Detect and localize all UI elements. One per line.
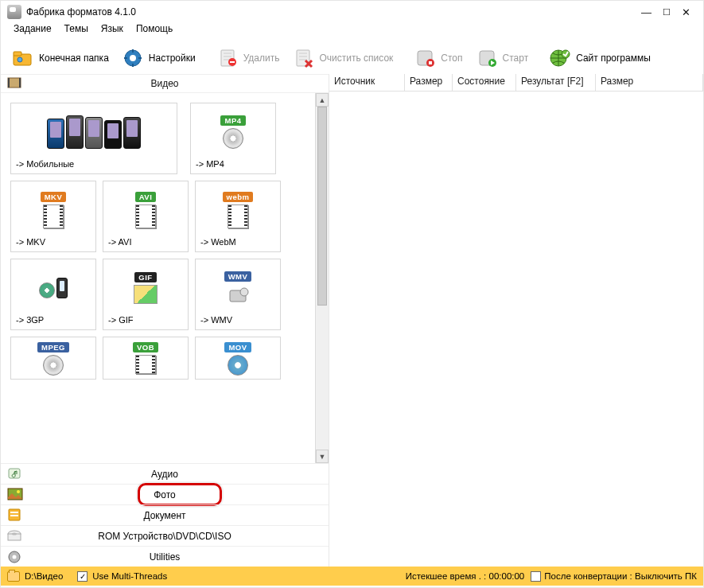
svg-point-4 — [130, 55, 136, 61]
category-rom[interactable]: ROM Устройство\DVD\CD\ISO — [1, 525, 329, 546]
scroll-up-icon[interactable]: ▲ — [316, 93, 329, 107]
category-rom-label: ROM Устройство\DVD\CD\ISO — [7, 531, 322, 542]
formats-grid: -> Мобильные MP4 -> MP4 — [1, 93, 315, 463]
mobile-devices-icon — [16, 108, 172, 156]
menu-lang[interactable]: Язык — [101, 23, 123, 39]
mpeg-icon: MPEG — [16, 342, 91, 376]
format-tile-gif[interactable]: GIF -> GIF — [103, 259, 189, 330]
menu-themes[interactable]: Темы — [64, 23, 88, 39]
stop-button[interactable]: Стоп — [409, 44, 467, 72]
statusbar: D:\Видео ✓ Use Multi-Threads Истекшее вр… — [1, 567, 703, 586]
gif-icon: GIF — [108, 264, 183, 312]
status-path[interactable]: D:\Видео — [25, 571, 63, 581]
clear-label: Очистить список — [319, 53, 393, 64]
formats-scrollbar[interactable]: ▲ ▼ — [315, 93, 329, 463]
delete-button[interactable]: Удалить — [212, 44, 285, 72]
gear-icon — [122, 47, 144, 69]
format-3gp-label: -> 3GP — [16, 315, 91, 325]
category-utilities[interactable]: Utilities — [1, 546, 329, 567]
svg-point-15 — [562, 50, 570, 58]
format-tile-mkv[interactable]: MKV -> MKV — [10, 181, 96, 252]
delete-label: Удалить — [243, 53, 280, 64]
left-panel: Видео -> Мобильные — [1, 74, 329, 567]
format-mp4-label: -> MP4 — [196, 159, 270, 169]
webm-icon: webm — [200, 186, 275, 234]
start-label: Старт — [503, 53, 529, 64]
format-tile-3gp[interactable]: -> 3GP — [10, 259, 96, 330]
output-folder-button[interactable]: Конечная папка — [7, 44, 114, 72]
site-label: Сайт программы — [576, 53, 651, 64]
category-audio-label: Аудио — [7, 469, 322, 480]
format-tile-vob[interactable]: VOB — [103, 337, 189, 380]
main-area: Видео -> Мобильные — [1, 74, 703, 567]
format-tile-wmv[interactable]: WMV -> WMV — [195, 259, 281, 330]
minimize-button[interactable]: — — [641, 6, 651, 18]
menubar: Задание Темы Язык Помощь — [1, 23, 703, 39]
format-gif-label: -> GIF — [108, 315, 183, 325]
toolbar: Конечная папка Настройки Удалить Очистит… — [1, 42, 703, 74]
wmv-icon: WMV — [200, 264, 275, 312]
format-mobile-label: -> Мобильные — [16, 159, 172, 169]
globe-icon — [549, 47, 571, 69]
format-tile-webm[interactable]: webm -> WebM — [195, 181, 281, 252]
category-video-header[interactable]: Видео — [1, 74, 329, 93]
app-icon — [7, 5, 21, 19]
format-tile-avi[interactable]: AVI -> AVI — [103, 181, 189, 252]
menu-help[interactable]: Помощь — [136, 23, 173, 39]
avi-icon: AVI — [108, 186, 183, 234]
category-document-label: Документ — [7, 510, 322, 521]
svg-rect-7 — [230, 61, 235, 63]
category-photo-label: Фото — [7, 489, 322, 500]
clear-list-button[interactable]: Очистить список — [287, 44, 398, 72]
category-utilities-label: Utilities — [7, 551, 322, 563]
window-title: Фабрика форматов 4.1.0 — [26, 6, 641, 18]
mov-icon: MOV — [200, 342, 275, 376]
col-status[interactable]: Состояние — [453, 74, 516, 91]
format-mkv-label: -> MKV — [16, 237, 91, 247]
folder-icon-small[interactable] — [7, 571, 20, 582]
start-button[interactable]: Старт — [471, 44, 534, 72]
elapsed-time: Истекшее время . : 00:00:00 — [406, 571, 525, 581]
menu-task[interactable]: Задание — [14, 23, 52, 39]
list-header: Источник Размер Состояние Результат [F2]… — [329, 74, 703, 92]
col-size2[interactable]: Размер — [596, 74, 703, 91]
col-size[interactable]: Размер — [405, 74, 453, 91]
3gp-icon — [16, 264, 91, 312]
after-conv-label[interactable]: После конвертации : Выключить ПК — [544, 571, 697, 581]
svg-rect-1 — [14, 52, 21, 56]
category-photo[interactable]: Фото — [1, 484, 329, 504]
format-webm-label: -> WebM — [200, 237, 275, 247]
category-document[interactable]: Документ — [1, 504, 329, 525]
format-wmv-label: -> WMV — [200, 315, 275, 325]
vob-icon: VOB — [108, 342, 183, 374]
stop-label: Стоп — [441, 53, 462, 64]
delete-icon — [216, 47, 239, 69]
right-panel: Источник Размер Состояние Результат [F2]… — [329, 74, 703, 567]
svg-rect-11 — [429, 61, 432, 64]
scroll-thumb[interactable] — [317, 107, 327, 306]
folder-icon — [12, 47, 34, 69]
mp4-icon: MP4 — [196, 108, 270, 156]
col-result[interactable]: Результат [F2] — [516, 74, 596, 91]
mkv-icon: MKV — [16, 186, 91, 234]
format-tile-mobile[interactable]: -> Мобильные — [10, 103, 177, 174]
category-video-label: Видео — [7, 78, 322, 89]
multithreads-checkbox[interactable]: ✓ — [77, 571, 88, 582]
svg-point-2 — [18, 57, 22, 62]
format-tile-mov[interactable]: MOV — [195, 337, 281, 380]
format-tile-mpeg[interactable]: MPEG — [10, 337, 96, 380]
titlebar: Фабрика форматов 4.1.0 — ☐ ✕ — [1, 1, 703, 23]
format-tile-mp4[interactable]: MP4 -> MP4 — [190, 103, 276, 174]
maximize-button[interactable]: ☐ — [663, 7, 671, 18]
site-button[interactable]: Сайт программы — [544, 44, 655, 72]
start-icon — [476, 47, 498, 69]
output-folder-label: Конечная папка — [39, 53, 109, 64]
multithreads-label[interactable]: Use Multi-Threads — [92, 571, 167, 581]
category-audio[interactable]: Аудио — [1, 463, 329, 484]
scroll-down-icon[interactable]: ▼ — [316, 450, 329, 463]
close-button[interactable]: ✕ — [682, 6, 690, 18]
after-conv-checkbox[interactable] — [531, 571, 541, 582]
col-source[interactable]: Источник — [329, 74, 405, 91]
settings-button[interactable]: Настройки — [117, 44, 200, 72]
settings-label: Настройки — [149, 53, 196, 64]
